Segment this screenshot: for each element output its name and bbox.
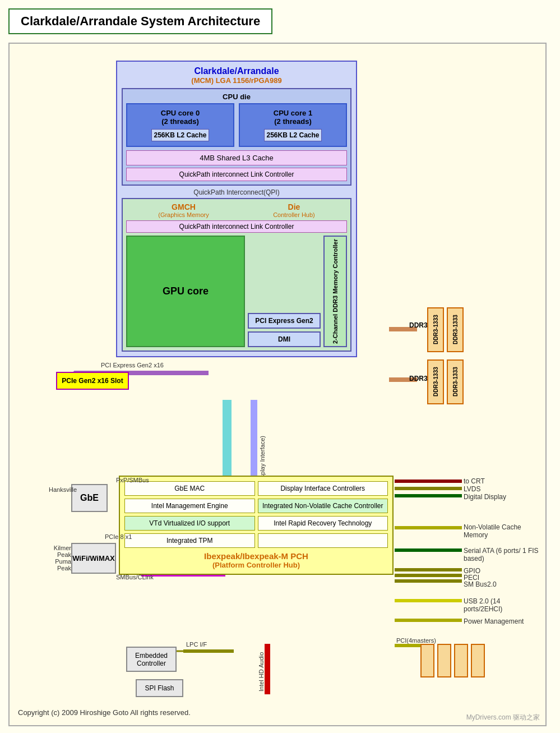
ddr3-slot-1b: DDR3-1333 [447,307,464,352]
title-box: Clarkdale/Arrandale System Architecture [8,8,272,34]
display-interface-cell: Display Interface Controllers [258,481,388,496]
non-volatile-memory-label: Non-Volatile Cache Memory [464,523,539,539]
pcie-gen2-slot: PCIe Gen2 x16 Slot [56,372,129,390]
intel-hd-audio-label: Intel HD Audio [258,647,265,691]
svg-rect-30 [395,619,462,622]
lvds-label: LVDS [464,485,480,493]
die-title: Die [273,202,315,211]
cpu-core0-threads: (2 threads) [161,117,198,126]
cpu-die-title: CPU die [126,93,347,101]
pch-subtitle: (Platform Controller Hub) [124,561,388,569]
embedded-controller-box: Embedded Controller [126,647,177,672]
clarkdale-subtitle: (MCM) LGA 1156/rPGA989 [122,76,351,85]
svg-rect-22 [395,487,462,490]
svg-rect-28 [395,579,462,583]
ddr3-slot-2a: DDR3-1333 [427,359,444,404]
svg-rect-21 [395,480,462,483]
pch-outer-box: GbE MAC Display Interface Controllers In… [119,476,394,575]
pcie-8x1-label: PCIe 8 x1 [105,533,132,540]
page-wrapper: Clarkdale/Arrandale System Architecture [0,0,560,733]
pcie-gen2-label: PCI Express Gen2 x16 [101,362,164,368]
ddr3-controller: 2-Channel DDR3 Memory Controller [323,236,347,347]
smbus-clink-label: SMBus/CLink [116,574,154,580]
clarkdale-package: Clarkdale/Arrandale (MCM) LGA 1156/rPGA9… [116,61,357,357]
digital-display-label: Digital Display [464,493,506,501]
svg-rect-25 [395,548,462,552]
shared-l3-cache: 4MB Shared L3 Cache [126,150,347,165]
svg-rect-26 [395,568,462,571]
smbus2-label: SM Bus2.0 [464,580,497,588]
cpu-core0-label: CPU core 0 [161,109,200,117]
gmch-die-box: GMCH (Graphics Memory Die Controller Hub… [122,198,351,352]
cpu-core-1: CPU core 1 (2 threads) 256KB L2 Cache [239,103,347,147]
hanksville-label: Hanksville [49,486,77,493]
cpu-core1-label: CPU core 1 [274,109,312,117]
watermark-text: MyDrivers.com 驱动之家 [466,713,540,722]
ddr3-label-bottom: DDR3 [409,375,428,382]
spi-flash-box: SPI Flash [136,679,183,697]
qpi-link-gmch: QuickPath interconnect Link Controller [126,220,347,233]
die-subtitle: Controller Hub) [273,211,315,218]
svg-rect-24 [395,526,462,529]
cpu-die-box: CPU die CPU core 0 (2 threads) 256KB L2 … [122,88,351,186]
serial-ata-label: Serial ATA (6 ports/ 1 FIS based) [464,547,539,563]
pci-express-gen2-box: PCI Express Gen2 [248,313,321,329]
vtd-cell: Intel Management Engine VTd Virtualized … [124,516,255,531]
cpu-core-0: CPU core 0 (2 threads) 256KB L2 Cache [126,103,234,147]
wifi-wimax-box: WiFi/WiMAX [71,543,116,574]
lpc-if-label: LPC I/F [186,641,207,648]
intel-rapid-cell: Intel Rapid Recovery Technology [258,516,388,531]
svg-rect-32 [265,644,270,694]
cpu-core1-threads: (2 threads) [274,117,311,126]
copyright-text: Copyright (c) 2009 Hiroshige Goto All ri… [18,708,537,717]
pch-title: Ibexpeak/Ibexpeak-M PCH [124,551,388,561]
dmi-box: DMI [248,331,321,347]
power-mgmt-label: Power Management [464,617,524,625]
usb2-label: USB 2.0 (14 ports/2EHCI) [464,597,539,613]
page-title: Clarkdale/Arrandale System Architecture [21,14,260,29]
ddr3-slot-1a: DDR3-1333 [427,307,444,352]
cpu-core0-l2: 256KB L2 Cache [151,129,209,141]
pci-slots-box [420,644,485,677]
ddr3-slot-2b: DDR3-1333 [447,359,464,404]
non-volatile-cell: Integrated Non-Volatile Cache Controller [258,499,388,513]
diagram: Clarkdale/Arrandale (MCM) LGA 1156/rPGA9… [18,52,539,697]
to-crt-label: to CRT [464,477,485,485]
svg-rect-27 [395,574,462,577]
ddr3-label-top: DDR3 [409,321,428,329]
gpu-core-box: GPU core [126,236,245,347]
main-container: Clarkdale/Arrandale (MCM) LGA 1156/rPGA9… [8,43,547,726]
svg-rect-23 [395,494,462,497]
svg-rect-31 [183,649,234,653]
cpu-core1-l2: 256KB L2 Cache [264,129,321,141]
qpi-link-cpu: QuickPath interconnect Link Controller [126,168,347,181]
gmch-title: GMCH [158,202,209,211]
integrated-tpm-cell: Integrated TPM [124,533,255,548]
qpi-interconnect-label: QuickPath Interconnect(QPI) [122,188,351,196]
kilmer-label: Kilmer Peak Puma Peak [40,545,71,571]
clarkdale-title: Clarkdale/Arrandale [122,66,351,76]
pci-4masters-label: PCI(4masters) [396,637,436,644]
gmch-subtitle: (Graphics Memory [158,211,209,218]
svg-rect-29 [395,599,462,602]
pxp-smbus-label: PxP/SMBus [116,477,149,483]
intel-mgmt-cell: Intel Management Engine [124,499,255,513]
